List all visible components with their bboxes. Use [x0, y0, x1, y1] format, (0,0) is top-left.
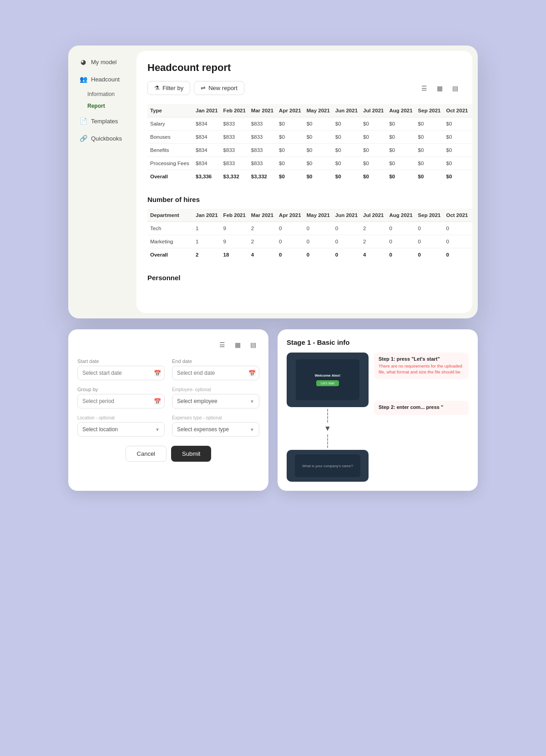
panel-grid-btn[interactable]: ▦ — [231, 338, 244, 351]
step-2-action: enter com... press " — [397, 404, 443, 410]
hires-col-nov-2021: Nov 2021 — [470, 209, 472, 222]
headcount-cell-4-3: $3,332 — [248, 170, 276, 183]
hires-cell-0-1: 1 — [193, 222, 221, 235]
headcount-cell-0-4: $0 — [276, 117, 304, 131]
template-icon: 📄 — [79, 117, 87, 125]
hires-cell-0-7: 2 — [360, 222, 386, 235]
submit-button[interactable]: Submit — [171, 446, 211, 462]
hires-cell-1-2: 9 — [221, 235, 248, 248]
group-by-input[interactable] — [77, 394, 165, 408]
panel-list-btn[interactable]: ☰ — [216, 338, 228, 351]
cancel-button[interactable]: Cancel — [126, 446, 167, 462]
headcount-cell-4-5: $0 — [304, 170, 333, 183]
expenses-select[interactable]: Select expenses type ▼ — [172, 422, 259, 437]
hires-col-oct-2021: Oct 2021 — [443, 209, 470, 222]
headcount-cell-1-9: $0 — [415, 131, 444, 144]
headcount-col-feb-2021: Feb 2021 — [221, 104, 248, 117]
headcount-cell-2-10: $0 — [443, 144, 470, 157]
headcount-cell-4-8: $0 — [386, 170, 415, 183]
headcount-cell-0-9: $0 — [415, 117, 444, 131]
sidebar-templates-label: Templates — [91, 118, 118, 125]
headcount-cell-4-11: $0 — [470, 170, 472, 183]
filter-button[interactable]: ⚗ Filter by — [147, 81, 190, 95]
start-date-input[interactable] — [77, 366, 165, 380]
sidebar-item-templates[interactable]: 📄 Templates — [72, 113, 133, 129]
hires-cell-2-8: 0 — [386, 248, 415, 262]
headcount-cell-1-10: $0 — [443, 131, 470, 144]
headcount-col-type: Type — [147, 104, 193, 117]
hires-cell-0-6: 0 — [333, 222, 360, 235]
hires-cell-0-3: 2 — [248, 222, 276, 235]
expenses-select-text: Select expenses type — [177, 426, 229, 433]
arrow-down-icon: ▼ — [324, 424, 331, 433]
group-by-calendar-icon: 📅 — [154, 398, 161, 405]
end-date-input[interactable] — [172, 366, 259, 380]
sidebar-item-headcount[interactable]: 👥 Headcount — [72, 71, 133, 87]
location-select[interactable]: Select location ▼ — [77, 422, 165, 437]
bottom-panels: ☰ ▦ ▤ Start date 📅 End date 📅 — [68, 329, 478, 491]
view-grid-button[interactable]: ▦ — [433, 82, 446, 95]
view-options: ☰ ▦ ▤ — [418, 82, 461, 95]
location-expenses-row: Location - optional Select location ▼ Ex… — [77, 415, 259, 437]
headcount-cell-4-1: $3,336 — [193, 170, 221, 183]
hires-cell-0-11: 0 — [470, 222, 472, 235]
headcount-cell-0-8: $0 — [386, 117, 415, 131]
hires-col-apr-2021: Apr 2021 — [276, 209, 304, 222]
headcount-cell-0-1: $834 — [193, 117, 221, 131]
headcount-cell-0-5: $0 — [304, 117, 333, 131]
hires-cell-2-6: 0 — [333, 248, 360, 262]
view-compact-button[interactable]: ▤ — [449, 82, 461, 95]
hires-cell-1-6: 0 — [333, 235, 360, 248]
employee-select[interactable]: Select employee ▼ — [172, 394, 259, 408]
panel-compact-btn[interactable]: ▤ — [247, 338, 259, 351]
headcount-cell-0-10: $0 — [443, 117, 470, 131]
start-date-group: Start date 📅 — [77, 358, 165, 380]
sidebar-item-my-model[interactable]: ◕ My model — [72, 54, 133, 70]
headcount-cell-0-2: $833 — [221, 117, 248, 131]
stage-screen-1: Welcome Alex! Let's start — [287, 353, 369, 407]
hires-cell-1-7: 2 — [360, 235, 386, 248]
stage-steps: Step 1: press "Let's start" There are no… — [374, 353, 469, 418]
start-date-wrapper: 📅 — [77, 366, 165, 380]
headcount-cell-2-2: $833 — [221, 144, 248, 157]
end-date-group: End date 📅 — [172, 358, 259, 380]
location-label: Location - optional — [77, 415, 165, 420]
view-list-button[interactable]: ☰ — [418, 82, 430, 95]
main-content: Headcount report ⚗ Filter by ⇌ New repor… — [136, 51, 472, 313]
hires-col-aug-2021: Aug 2021 — [386, 209, 415, 222]
headcount-row-4: Overall$3,336$3,332$3,332$0$0$0$0$0$0$0$… — [147, 170, 472, 183]
expenses-optional-text: - optional — [202, 415, 222, 420]
expenses-label: Expenses type - optional — [172, 415, 259, 420]
headcount-cell-0-6: $0 — [333, 117, 360, 131]
headcount-cell-3-5: $0 — [304, 157, 333, 170]
start-date-label: Start date — [77, 358, 165, 364]
headcount-cell-1-11: $0 — [470, 131, 472, 144]
arrow-2 — [327, 434, 328, 448]
start-date-calendar-icon: 📅 — [154, 370, 161, 377]
hires-cell-2-3: 4 — [248, 248, 276, 262]
hires-cell-0-10: 0 — [443, 222, 470, 235]
new-report-icon: ⇌ — [201, 85, 206, 91]
hires-cell-0-5: 0 — [304, 222, 333, 235]
filter-icon: ⚗ — [154, 85, 160, 91]
hires-cell-1-4: 0 — [276, 235, 304, 248]
headcount-cell-3-8: $0 — [386, 157, 415, 170]
hires-cell-2-10: 0 — [443, 248, 470, 262]
filter-form-panel: ☰ ▦ ▤ Start date 📅 End date 📅 — [68, 329, 268, 491]
headcount-cell-3-1: $834 — [193, 157, 221, 170]
group-by-group: Group by 📅 — [77, 387, 165, 408]
sidebar-item-information[interactable]: Information — [68, 88, 136, 100]
stage-title: Stage 1 - Basic info — [287, 338, 469, 346]
sidebar-item-quickbooks[interactable]: 🔗 Quickbooks — [72, 130, 133, 146]
headcount-cell-3-0: Processing Fees — [147, 157, 193, 170]
sidebar-information-label: Information — [87, 91, 115, 97]
group-employee-row: Group by 📅 Employee- optional Select emp… — [77, 387, 259, 408]
headcount-cell-0-0: Salary — [147, 117, 193, 131]
headcount-cell-4-6: $0 — [333, 170, 360, 183]
new-report-button[interactable]: ⇌ New report — [194, 81, 244, 95]
stage-screen-inner-1: Welcome Alex! Let's start — [296, 359, 359, 400]
sidebar-item-report[interactable]: Report — [68, 100, 136, 112]
headcount-cell-4-2: $3,332 — [221, 170, 248, 183]
headcount-cell-1-2: $833 — [221, 131, 248, 144]
headcount-row-1: Bonuses$834$833$833$0$0$0$0$0$0$0$0$0$2,… — [147, 131, 472, 144]
